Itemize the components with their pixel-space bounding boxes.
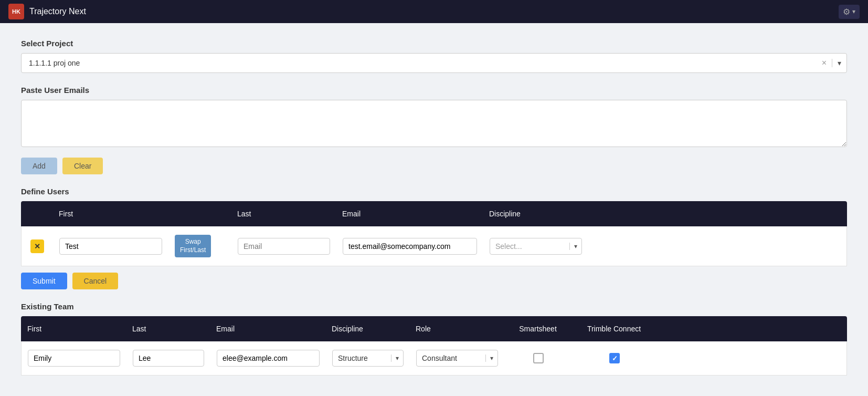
app-title: Trajectory Next bbox=[29, 7, 86, 16]
existing-team-label: Existing Team bbox=[21, 302, 847, 311]
swap-cell: SwapFirst/Last bbox=[168, 232, 231, 260]
existing-discipline-value: Structure bbox=[333, 350, 391, 366]
header-left: HK Trajectory Next bbox=[8, 4, 86, 19]
email-cell bbox=[336, 235, 483, 258]
discipline-select-value: Select... bbox=[490, 238, 569, 254]
th-first: First bbox=[52, 206, 168, 221]
define-users-section: Define Users First Last Email Discipline… bbox=[21, 187, 847, 289]
eth-role: Role bbox=[409, 321, 504, 336]
submit-button[interactable]: Submit bbox=[21, 273, 67, 289]
existing-role-cell: Consultant ▾ bbox=[410, 347, 504, 370]
discipline-select-arrow[interactable]: ▾ bbox=[569, 243, 581, 250]
th-swap bbox=[168, 211, 231, 217]
action-buttons-row: Submit Cancel bbox=[21, 273, 847, 289]
eth-smartsheet: Smartsheet bbox=[504, 321, 572, 336]
existing-email-input[interactable] bbox=[217, 350, 320, 367]
define-users-header: First Last Email Discipline bbox=[21, 201, 847, 226]
smartsheet-checkbox[interactable] bbox=[533, 353, 544, 363]
existing-role-select[interactable]: Consultant ▾ bbox=[416, 350, 498, 367]
clear-button[interactable]: Clear bbox=[62, 158, 103, 174]
discipline-cell: Select... ▾ bbox=[483, 235, 588, 258]
email-buttons-row: Add Clear bbox=[21, 158, 847, 174]
first-name-cell bbox=[53, 235, 168, 258]
project-select-arrow-icon[interactable]: ▾ bbox=[832, 59, 846, 67]
add-button[interactable]: Add bbox=[21, 158, 57, 174]
existing-email-cell bbox=[210, 347, 326, 370]
email-input[interactable] bbox=[343, 238, 477, 255]
app-header: HK Trajectory Next ⚙ ▾ bbox=[0, 0, 868, 23]
main-content: Select Project 1.1.1.1 proj one × ▾ Past… bbox=[0, 23, 868, 391]
existing-role-arrow[interactable]: ▾ bbox=[485, 355, 497, 362]
delete-row-button[interactable]: ✕ bbox=[30, 239, 44, 253]
define-users-label: Define Users bbox=[21, 187, 847, 196]
existing-discipline-arrow[interactable]: ▾ bbox=[391, 355, 403, 362]
delete-cell: ✕ bbox=[22, 236, 53, 256]
project-select-value: 1.1.1.1 proj one bbox=[22, 54, 817, 72]
trimble-checkbox[interactable] bbox=[609, 353, 620, 363]
app-logo: HK bbox=[8, 4, 24, 19]
existing-team-section: Existing Team First Last Email Disciplin… bbox=[21, 302, 847, 376]
swap-first-last-button[interactable]: SwapFirst/Last bbox=[175, 235, 211, 257]
paste-emails-section: Paste User Emails bbox=[21, 86, 847, 147]
project-select[interactable]: 1.1.1.1 proj one × ▾ bbox=[21, 53, 847, 73]
emails-textarea[interactable] bbox=[21, 100, 847, 147]
project-select-clear-icon[interactable]: × bbox=[817, 58, 832, 68]
cancel-button[interactable]: Cancel bbox=[72, 273, 119, 289]
existing-smartsheet-cell bbox=[504, 350, 573, 367]
existing-first-input[interactable] bbox=[28, 350, 120, 367]
existing-trimble-cell bbox=[573, 350, 657, 367]
discipline-select[interactable]: Select... ▾ bbox=[490, 238, 582, 255]
existing-first-cell bbox=[22, 347, 126, 370]
th-discipline: Discipline bbox=[483, 206, 588, 221]
last-name-input[interactable] bbox=[238, 238, 330, 255]
eth-discipline: Discipline bbox=[325, 321, 409, 336]
define-users-row: ✕ SwapFirst/Last Select... ▾ bbox=[21, 226, 847, 266]
first-name-input[interactable] bbox=[59, 238, 162, 255]
th-email: Email bbox=[336, 206, 483, 221]
existing-role-value: Consultant bbox=[417, 350, 485, 366]
eth-email: Email bbox=[210, 321, 325, 336]
existing-team-header: First Last Email Discipline Role Smartsh… bbox=[21, 316, 847, 341]
select-project-label: Select Project bbox=[21, 39, 847, 48]
existing-last-input[interactable] bbox=[133, 350, 204, 367]
th-delete bbox=[21, 211, 52, 217]
paste-emails-label: Paste User Emails bbox=[21, 86, 847, 95]
existing-team-row: Structure ▾ Consultant ▾ bbox=[21, 341, 847, 376]
eth-trimble: Trimble Connect bbox=[572, 321, 656, 336]
th-last: Last bbox=[231, 206, 336, 221]
settings-button[interactable]: ⚙ ▾ bbox=[839, 5, 860, 19]
eth-first: First bbox=[21, 321, 126, 336]
existing-last-cell bbox=[126, 347, 210, 370]
chevron-down-icon: ▾ bbox=[852, 8, 855, 15]
existing-discipline-select[interactable]: Structure ▾ bbox=[332, 350, 404, 367]
eth-last: Last bbox=[126, 321, 210, 336]
last-name-cell bbox=[231, 235, 336, 258]
gear-icon: ⚙ bbox=[843, 7, 850, 17]
existing-discipline-cell: Structure ▾ bbox=[326, 347, 410, 370]
